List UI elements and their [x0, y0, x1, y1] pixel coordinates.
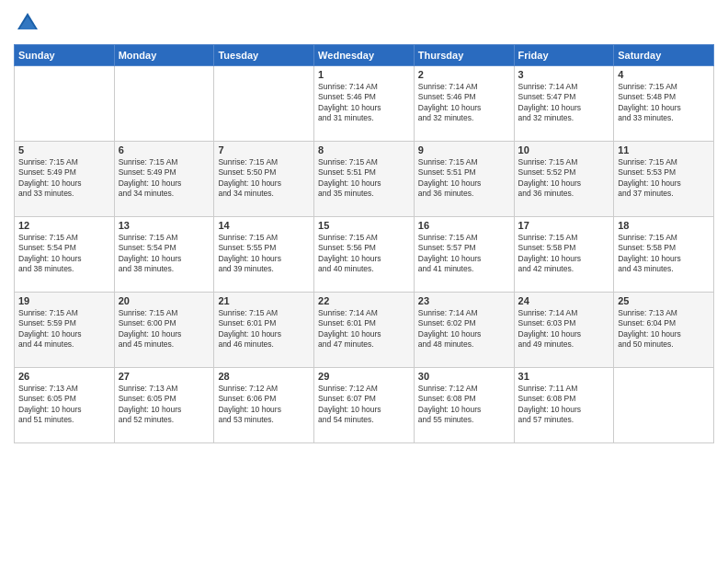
day-info: Sunrise: 7:15 AM Sunset: 5:56 PM Dayligh…: [318, 233, 410, 275]
day-info: Sunrise: 7:15 AM Sunset: 5:49 PM Dayligh…: [119, 157, 210, 200]
week-row-4: 19Sunrise: 7:15 AM Sunset: 5:59 PM Dayli…: [15, 293, 714, 368]
day-number: 11: [618, 144, 710, 155]
day-info: Sunrise: 7:15 AM Sunset: 5:48 PM Dayligh…: [618, 82, 710, 124]
day-cell: 7Sunrise: 7:15 AM Sunset: 5:50 PM Daylig…: [214, 142, 314, 217]
day-cell: 14Sunrise: 7:15 AM Sunset: 5:55 PM Dayli…: [214, 217, 314, 293]
day-cell: 19Sunrise: 7:15 AM Sunset: 5:59 PM Dayli…: [15, 293, 115, 368]
day-info: Sunrise: 7:12 AM Sunset: 6:06 PM Dayligh…: [218, 384, 310, 426]
day-cell: 17Sunrise: 7:15 AM Sunset: 5:58 PM Dayli…: [514, 217, 614, 293]
day-cell: 29Sunrise: 7:12 AM Sunset: 6:07 PM Dayli…: [314, 368, 415, 443]
calendar: SundayMondayTuesdayWednesdayThursdayFrid…: [14, 44, 714, 443]
day-header-sunday: Sunday: [15, 45, 115, 66]
day-cell: 24Sunrise: 7:14 AM Sunset: 6:03 PM Dayli…: [514, 293, 614, 368]
day-cell: 13Sunrise: 7:15 AM Sunset: 5:54 PM Dayli…: [114, 217, 214, 293]
day-header-tuesday: Tuesday: [214, 45, 314, 66]
page: SundayMondayTuesdayWednesdayThursdayFrid…: [0, 0, 728, 563]
day-cell: 18Sunrise: 7:15 AM Sunset: 5:58 PM Dayli…: [614, 217, 714, 293]
day-number: 6: [119, 144, 210, 155]
day-info: Sunrise: 7:14 AM Sunset: 5:46 PM Dayligh…: [318, 82, 410, 124]
day-number: 17: [518, 220, 610, 231]
day-cell: 4Sunrise: 7:15 AM Sunset: 5:48 PM Daylig…: [614, 66, 714, 142]
day-cell: 21Sunrise: 7:15 AM Sunset: 6:01 PM Dayli…: [214, 293, 314, 368]
day-info: Sunrise: 7:15 AM Sunset: 6:01 PM Dayligh…: [218, 308, 310, 350]
day-cell: 5Sunrise: 7:15 AM Sunset: 5:49 PM Daylig…: [15, 142, 115, 217]
day-cell: 9Sunrise: 7:15 AM Sunset: 5:51 PM Daylig…: [414, 142, 514, 217]
day-info: Sunrise: 7:14 AM Sunset: 6:01 PM Dayligh…: [318, 308, 410, 350]
day-number: 14: [218, 220, 310, 231]
day-cell: 16Sunrise: 7:15 AM Sunset: 5:57 PM Dayli…: [414, 217, 514, 293]
day-info: Sunrise: 7:11 AM Sunset: 6:08 PM Dayligh…: [518, 384, 610, 426]
day-info: Sunrise: 7:15 AM Sunset: 5:58 PM Dayligh…: [518, 233, 610, 275]
day-info: Sunrise: 7:14 AM Sunset: 6:03 PM Dayligh…: [518, 308, 610, 350]
week-row-2: 5Sunrise: 7:15 AM Sunset: 5:49 PM Daylig…: [15, 142, 714, 217]
day-header-saturday: Saturday: [614, 45, 714, 66]
day-info: Sunrise: 7:15 AM Sunset: 6:00 PM Dayligh…: [119, 308, 210, 350]
day-number: 20: [119, 295, 210, 306]
day-cell: 28Sunrise: 7:12 AM Sunset: 6:06 PM Dayli…: [214, 368, 314, 443]
day-number: 10: [518, 144, 610, 155]
day-header-friday: Friday: [514, 45, 614, 66]
day-number: 7: [218, 144, 310, 155]
day-number: 26: [18, 371, 110, 382]
day-cell: [614, 368, 714, 443]
day-cell: 25Sunrise: 7:13 AM Sunset: 6:04 PM Dayli…: [614, 293, 714, 368]
week-row-5: 26Sunrise: 7:13 AM Sunset: 6:05 PM Dayli…: [15, 368, 714, 443]
day-info: Sunrise: 7:15 AM Sunset: 5:57 PM Dayligh…: [418, 233, 510, 275]
day-cell: 27Sunrise: 7:13 AM Sunset: 6:05 PM Dayli…: [114, 368, 214, 443]
day-number: 24: [518, 295, 610, 306]
day-number: 27: [119, 371, 210, 382]
day-info: Sunrise: 7:15 AM Sunset: 5:53 PM Dayligh…: [618, 157, 710, 200]
day-cell: [114, 66, 214, 142]
header: [14, 9, 714, 37]
day-number: 18: [618, 220, 710, 231]
week-row-3: 12Sunrise: 7:15 AM Sunset: 5:54 PM Dayli…: [15, 217, 714, 293]
day-cell: 12Sunrise: 7:15 AM Sunset: 5:54 PM Dayli…: [15, 217, 115, 293]
day-cell: 6Sunrise: 7:15 AM Sunset: 5:49 PM Daylig…: [114, 142, 214, 217]
day-info: Sunrise: 7:14 AM Sunset: 5:46 PM Dayligh…: [418, 82, 510, 124]
day-info: Sunrise: 7:15 AM Sunset: 5:52 PM Dayligh…: [518, 157, 610, 200]
day-cell: [214, 66, 314, 142]
day-info: Sunrise: 7:14 AM Sunset: 6:02 PM Dayligh…: [418, 308, 510, 350]
day-cell: 1Sunrise: 7:14 AM Sunset: 5:46 PM Daylig…: [314, 66, 415, 142]
day-info: Sunrise: 7:12 AM Sunset: 6:07 PM Dayligh…: [318, 384, 410, 426]
day-header-wednesday: Wednesday: [314, 45, 415, 66]
day-number: 30: [418, 371, 510, 382]
day-cell: [15, 66, 115, 142]
day-cell: 10Sunrise: 7:15 AM Sunset: 5:52 PM Dayli…: [514, 142, 614, 217]
day-info: Sunrise: 7:15 AM Sunset: 5:51 PM Dayligh…: [318, 157, 410, 200]
day-cell: 23Sunrise: 7:14 AM Sunset: 6:02 PM Dayli…: [414, 293, 514, 368]
day-number: 28: [218, 371, 310, 382]
day-number: 16: [418, 220, 510, 231]
day-number: 31: [518, 371, 610, 382]
day-number: 2: [418, 69, 510, 80]
day-info: Sunrise: 7:12 AM Sunset: 6:08 PM Dayligh…: [418, 384, 510, 426]
day-number: 12: [18, 220, 110, 231]
day-cell: 20Sunrise: 7:15 AM Sunset: 6:00 PM Dayli…: [114, 293, 214, 368]
day-info: Sunrise: 7:15 AM Sunset: 5:49 PM Dayligh…: [18, 157, 110, 200]
day-number: 13: [119, 220, 210, 231]
day-number: 29: [318, 371, 410, 382]
day-cell: 30Sunrise: 7:12 AM Sunset: 6:08 PM Dayli…: [414, 368, 514, 443]
day-number: 3: [518, 69, 610, 80]
day-header-monday: Monday: [114, 45, 214, 66]
day-number: 25: [618, 295, 710, 306]
week-row-1: 1Sunrise: 7:14 AM Sunset: 5:46 PM Daylig…: [15, 66, 714, 142]
day-info: Sunrise: 7:13 AM Sunset: 6:05 PM Dayligh…: [18, 384, 110, 426]
day-info: Sunrise: 7:15 AM Sunset: 5:51 PM Dayligh…: [418, 157, 510, 200]
day-info: Sunrise: 7:14 AM Sunset: 5:47 PM Dayligh…: [518, 82, 610, 124]
day-number: 1: [318, 69, 410, 80]
day-info: Sunrise: 7:13 AM Sunset: 6:05 PM Dayligh…: [119, 384, 210, 426]
day-info: Sunrise: 7:15 AM Sunset: 5:54 PM Dayligh…: [18, 233, 110, 275]
day-info: Sunrise: 7:15 AM Sunset: 5:55 PM Dayligh…: [218, 233, 310, 275]
day-number: 15: [318, 220, 410, 231]
day-number: 9: [418, 144, 510, 155]
day-number: 21: [218, 295, 310, 306]
logo-icon: [14, 9, 41, 37]
day-number: 23: [418, 295, 510, 306]
day-info: Sunrise: 7:15 AM Sunset: 5:58 PM Dayligh…: [618, 233, 710, 275]
day-number: 22: [318, 295, 410, 306]
day-info: Sunrise: 7:15 AM Sunset: 5:50 PM Dayligh…: [218, 157, 310, 200]
day-cell: 15Sunrise: 7:15 AM Sunset: 5:56 PM Dayli…: [314, 217, 415, 293]
day-number: 4: [618, 69, 710, 80]
day-cell: 22Sunrise: 7:14 AM Sunset: 6:01 PM Dayli…: [314, 293, 415, 368]
